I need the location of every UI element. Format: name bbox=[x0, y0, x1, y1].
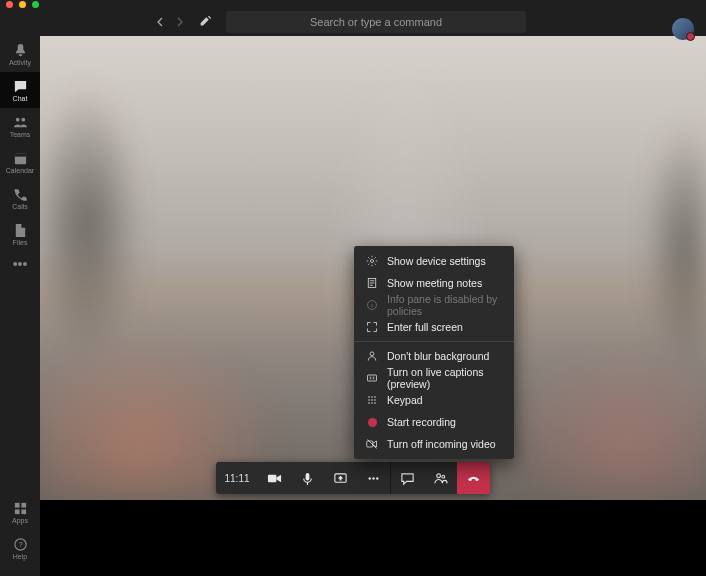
svg-text:?: ? bbox=[18, 540, 22, 549]
nav-forward-button[interactable] bbox=[175, 13, 185, 31]
menu-label: Enter full screen bbox=[387, 321, 463, 333]
menu-label: Start recording bbox=[387, 416, 456, 428]
svg-point-18 bbox=[371, 260, 374, 263]
svg-point-29 bbox=[368, 402, 370, 404]
window-controls bbox=[0, 0, 45, 8]
presence-badge bbox=[686, 32, 695, 41]
svg-point-26 bbox=[368, 399, 370, 401]
app-rail: Activity Chat Teams Calendar Calls Files… bbox=[0, 36, 40, 576]
rail-label: Teams bbox=[10, 131, 31, 138]
rail-label: Calendar bbox=[6, 167, 34, 174]
rail-more-button[interactable]: ••• bbox=[13, 256, 28, 272]
call-duration: 11:11 bbox=[216, 462, 258, 494]
rail-label: Calls bbox=[12, 203, 28, 210]
keypad-icon bbox=[366, 394, 378, 406]
participants-button[interactable] bbox=[424, 462, 457, 494]
info-icon bbox=[366, 299, 378, 311]
mic-toggle-button[interactable] bbox=[291, 462, 324, 494]
menu-info-pane-disabled: Info pane is disabled by policies bbox=[354, 294, 514, 316]
menu-fullscreen[interactable]: Enter full screen bbox=[354, 316, 514, 338]
svg-point-31 bbox=[374, 402, 376, 404]
chat-panel-button[interactable] bbox=[391, 462, 424, 494]
svg-point-25 bbox=[374, 396, 376, 398]
menu-device-settings[interactable]: Show device settings bbox=[354, 250, 514, 272]
svg-point-30 bbox=[371, 402, 373, 404]
svg-point-23 bbox=[368, 396, 370, 398]
svg-point-27 bbox=[371, 399, 373, 401]
svg-point-14 bbox=[372, 477, 374, 479]
svg-point-15 bbox=[376, 477, 378, 479]
maximize-window-button[interactable] bbox=[32, 1, 39, 8]
rail-files[interactable]: Files bbox=[0, 216, 40, 252]
user-avatar[interactable] bbox=[672, 18, 694, 40]
svg-rect-7 bbox=[21, 509, 26, 514]
svg-rect-5 bbox=[21, 502, 26, 507]
menu-keypad[interactable]: Keypad bbox=[354, 389, 514, 411]
svg-point-21 bbox=[370, 352, 374, 356]
gear-icon bbox=[366, 255, 378, 267]
menu-live-captions[interactable]: Turn on live captions (preview) bbox=[354, 367, 514, 389]
menu-label: Show meeting notes bbox=[387, 277, 482, 289]
svg-point-28 bbox=[374, 399, 376, 401]
rail-label: Apps bbox=[12, 517, 28, 524]
person-blur-icon bbox=[366, 350, 378, 362]
svg-rect-22 bbox=[368, 375, 377, 381]
svg-rect-4 bbox=[14, 502, 19, 507]
minimize-window-button[interactable] bbox=[19, 1, 26, 8]
hang-up-button[interactable] bbox=[457, 462, 490, 494]
rail-help[interactable]: ? Help bbox=[0, 530, 40, 566]
svg-point-0 bbox=[15, 117, 19, 121]
call-control-bar: 11:11 bbox=[216, 462, 490, 494]
titlebar: Search or type a command bbox=[0, 8, 706, 36]
menu-incoming-video[interactable]: Turn off incoming video bbox=[354, 433, 514, 455]
notes-icon bbox=[366, 277, 378, 289]
rail-label: Chat bbox=[13, 95, 28, 102]
menu-label: Keypad bbox=[387, 394, 423, 406]
menu-separator bbox=[354, 341, 514, 342]
rail-activity[interactable]: Activity bbox=[0, 36, 40, 72]
svg-point-16 bbox=[437, 473, 441, 477]
menu-blur-background[interactable]: Don't blur background bbox=[354, 345, 514, 367]
menu-label: Turn on live captions (preview) bbox=[387, 366, 502, 390]
record-icon bbox=[366, 416, 378, 428]
menu-label: Don't blur background bbox=[387, 350, 489, 362]
more-actions-menu: Show device settings Show meeting notes … bbox=[354, 246, 514, 459]
svg-point-17 bbox=[442, 475, 445, 478]
svg-point-1 bbox=[21, 117, 25, 121]
svg-rect-10 bbox=[268, 474, 276, 482]
svg-rect-3 bbox=[14, 153, 25, 156]
rail-label: Activity bbox=[9, 59, 31, 66]
svg-point-13 bbox=[369, 477, 371, 479]
camera-toggle-button[interactable] bbox=[258, 462, 291, 494]
rail-calendar[interactable]: Calendar bbox=[0, 144, 40, 180]
svg-rect-11 bbox=[306, 472, 310, 480]
close-window-button[interactable] bbox=[6, 1, 13, 8]
nav-back-button[interactable] bbox=[155, 13, 165, 31]
fullscreen-icon bbox=[366, 321, 378, 333]
menu-start-recording[interactable]: Start recording bbox=[354, 411, 514, 433]
share-screen-button[interactable] bbox=[324, 462, 357, 494]
svg-point-24 bbox=[371, 396, 373, 398]
captions-icon bbox=[366, 372, 378, 384]
video-off-icon bbox=[366, 438, 378, 450]
menu-label: Info pane is disabled by policies bbox=[387, 293, 502, 317]
rail-apps[interactable]: Apps bbox=[0, 494, 40, 530]
svg-rect-6 bbox=[14, 509, 19, 514]
menu-label: Turn off incoming video bbox=[387, 438, 496, 450]
rail-calls[interactable]: Calls bbox=[0, 180, 40, 216]
compose-icon[interactable] bbox=[199, 13, 212, 31]
menu-meeting-notes[interactable]: Show meeting notes bbox=[354, 272, 514, 294]
more-actions-button[interactable] bbox=[357, 462, 390, 494]
rail-label: Files bbox=[13, 239, 28, 246]
search-placeholder: Search or type a command bbox=[310, 16, 442, 28]
rail-teams[interactable]: Teams bbox=[0, 108, 40, 144]
menu-label: Show device settings bbox=[387, 255, 486, 267]
rail-chat[interactable]: Chat bbox=[0, 72, 40, 108]
search-input[interactable]: Search or type a command bbox=[226, 11, 526, 33]
video-letterbox bbox=[40, 500, 706, 576]
rail-label: Help bbox=[13, 553, 27, 560]
